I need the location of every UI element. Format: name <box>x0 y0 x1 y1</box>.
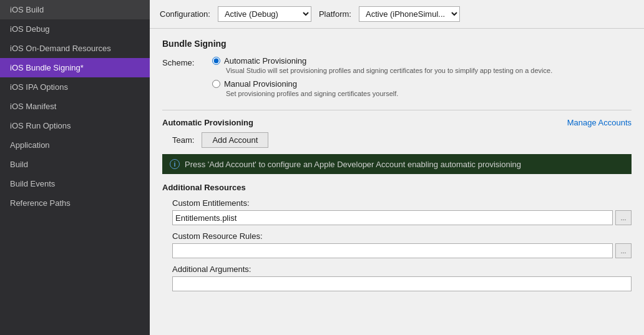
info-icon: i <box>170 159 180 169</box>
additional-arguments-input-row <box>172 276 632 291</box>
scheme-row: Scheme: Automatic Provisioning Visual St… <box>162 56 632 102</box>
toolbar: Configuration: Active (Debug) Platform: … <box>150 0 644 29</box>
info-message: Press 'Add Account' to configure an Appl… <box>185 160 521 169</box>
custom-entitlements-row: Custom Entitlements: ... <box>172 198 632 225</box>
sidebar-item-build-events[interactable]: Build Events <box>0 174 150 193</box>
automatic-provisioning-desc: Visual Studio will set provisioning prof… <box>226 67 632 74</box>
sidebar-item-ios-ipa-options[interactable]: iOS IPA Options <box>0 77 150 97</box>
additional-arguments-input[interactable] <box>172 276 632 291</box>
automatic-provisioning-row: Automatic Provisioning <box>212 56 632 66</box>
custom-entitlements-browse-button[interactable]: ... <box>615 210 632 225</box>
platform-label: Platform: <box>319 9 351 19</box>
sidebar-item-ios-bundle-signing[interactable]: iOS Bundle Signing* <box>0 58 150 77</box>
additional-resources-title: Additional Resources <box>162 183 632 192</box>
sidebar-item-reference-paths[interactable]: Reference Paths <box>0 193 150 213</box>
custom-entitlements-input-row: ... <box>172 210 632 225</box>
platform-select[interactable]: Active (iPhoneSimul... <box>359 6 460 22</box>
team-label: Team: <box>172 135 194 145</box>
add-account-button[interactable]: Add Account <box>202 132 268 148</box>
custom-resource-rules-label: Custom Resource Rules: <box>172 231 632 241</box>
manual-provisioning-row: Manual Provisioning <box>212 79 632 89</box>
manual-provisioning-label: Manual Provisioning <box>224 79 297 89</box>
sidebar-item-ios-build[interactable]: iOS Build <box>0 0 150 19</box>
scheme-label: Scheme: <box>162 56 212 67</box>
sidebar: iOS Build iOS Debug iOS On-Demand Resour… <box>0 0 150 335</box>
divider-1 <box>162 110 632 110</box>
sidebar-item-ios-debug[interactable]: iOS Debug <box>0 19 150 39</box>
content-area: Bundle Signing Scheme: Automatic Provisi… <box>150 29 644 335</box>
custom-resource-rules-input[interactable] <box>172 243 613 258</box>
sidebar-item-ios-manifest[interactable]: iOS Manifest <box>0 97 150 116</box>
custom-resource-rules-row: Custom Resource Rules: ... <box>172 231 632 258</box>
custom-entitlements-label: Custom Entitlements: <box>172 198 632 208</box>
custom-resource-rules-input-row: ... <box>172 243 632 258</box>
automatic-provisioning-radio[interactable] <box>212 57 220 65</box>
custom-entitlements-input[interactable] <box>172 210 613 225</box>
auto-prov-title: Automatic Provisioning <box>162 118 253 127</box>
manual-provisioning-radio[interactable] <box>212 80 220 88</box>
sidebar-item-application[interactable]: Application <box>0 135 150 155</box>
bundle-signing-title: Bundle Signing <box>162 39 632 49</box>
configuration-label: Configuration: <box>160 9 210 19</box>
manage-accounts-link[interactable]: Manage Accounts <box>567 118 632 127</box>
info-bar: i Press 'Add Account' to configure an Ap… <box>162 154 632 174</box>
sidebar-item-ios-run-options[interactable]: iOS Run Options <box>0 116 150 135</box>
custom-resource-rules-browse-button[interactable]: ... <box>615 243 632 258</box>
auto-prov-header: Automatic Provisioning Manage Accounts <box>162 118 632 127</box>
sidebar-item-ios-ondemand[interactable]: iOS On-Demand Resources <box>0 39 150 58</box>
automatic-provisioning-label: Automatic Provisioning <box>224 56 306 66</box>
sidebar-item-build[interactable]: Build <box>0 155 150 174</box>
main-content: Configuration: Active (Debug) Platform: … <box>150 0 644 335</box>
additional-arguments-row: Additional Arguments: <box>172 265 632 291</box>
additional-arguments-label: Additional Arguments: <box>172 265 632 274</box>
configuration-select[interactable]: Active (Debug) <box>218 6 311 22</box>
team-row: Team: Add Account <box>172 132 632 148</box>
scheme-controls: Automatic Provisioning Visual Studio wil… <box>212 56 632 102</box>
manual-provisioning-desc: Set provisioning profiles and signing ce… <box>226 90 632 97</box>
